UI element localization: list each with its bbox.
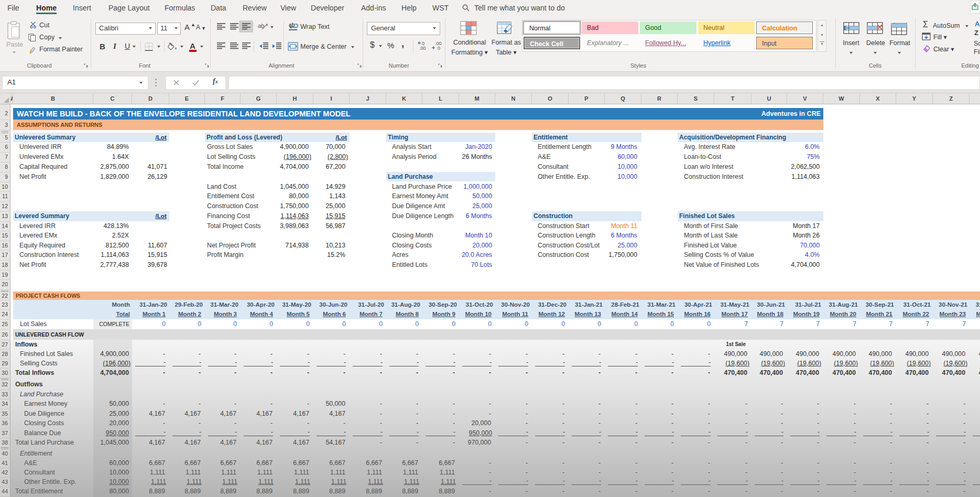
- svg-text:.00: .00: [419, 46, 426, 51]
- svg-text:0: 0: [438, 46, 440, 51]
